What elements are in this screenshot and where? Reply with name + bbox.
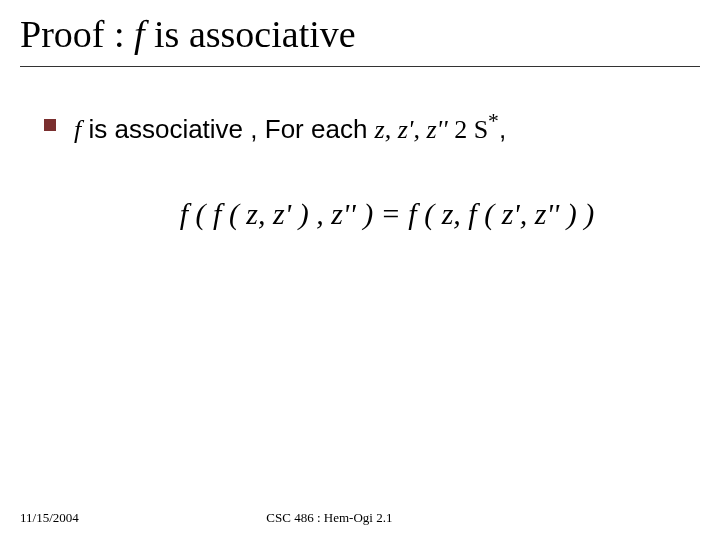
- slide-title: Proof : f is associative: [20, 12, 700, 67]
- bullet-item: f is associative , For each z, z', z'' 2…: [44, 107, 690, 147]
- title-f: f: [134, 13, 145, 55]
- bullet-vars: z, z', z'': [375, 115, 455, 144]
- bullet-text: f is associative , For each z, z', z'' 2…: [74, 107, 690, 147]
- bullet-sigma: S: [474, 115, 488, 144]
- equation: f ( f ( z, z' ) , z'' ) = f ( z, f ( z',…: [44, 197, 690, 231]
- bullet-in: 2: [454, 115, 474, 144]
- footer: 11/15/2004 CSC 486 : Hem-Ogi 2.1: [0, 510, 720, 526]
- bullet-comma: ,: [499, 114, 506, 144]
- title-suffix: is associative: [145, 13, 356, 55]
- bullet-text1: is associative , For each: [81, 114, 374, 144]
- bullet-icon: [44, 119, 56, 131]
- footer-date: 11/15/2004: [20, 510, 79, 526]
- slide: Proof : f is associative f is associativ…: [0, 0, 720, 540]
- slide-body: f is associative , For each z, z', z'' 2…: [20, 107, 700, 231]
- bullet-star: *: [488, 109, 499, 133]
- title-prefix: Proof :: [20, 13, 134, 55]
- footer-ref: CSC 486 : Hem-Ogi 2.1: [79, 510, 700, 526]
